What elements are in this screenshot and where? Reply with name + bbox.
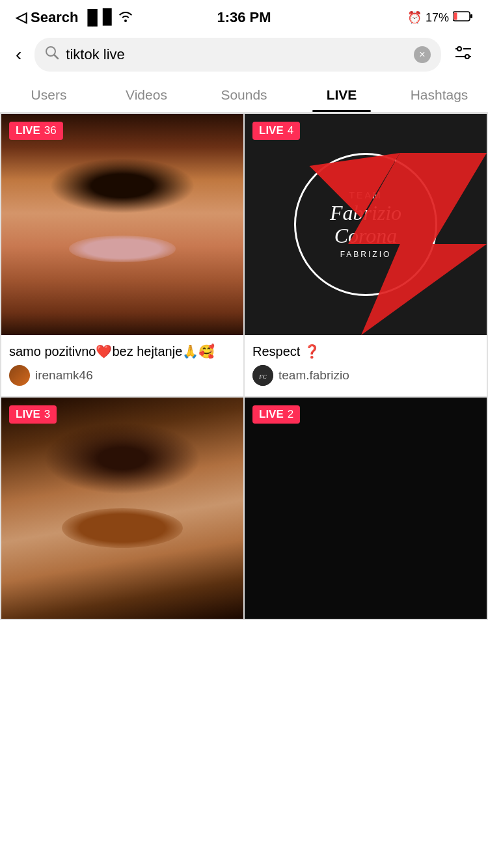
svg-rect-2 <box>454 12 457 20</box>
filter-button[interactable] <box>449 41 478 69</box>
card1-thumbnail <box>1 114 243 335</box>
clear-icon: × <box>419 49 425 61</box>
card1-username: irenamk46 <box>35 368 93 383</box>
clear-search-button[interactable]: × <box>414 46 431 63</box>
tab-sounds[interactable]: Sounds <box>195 77 293 112</box>
svg-text:FC: FC <box>258 373 267 380</box>
card1-user: irenamk46 <box>9 365 236 386</box>
card4-thumbnail <box>245 398 487 619</box>
tab-live[interactable]: LIVE <box>293 77 390 112</box>
card2-title: Respect ❓ <box>252 343 479 360</box>
alarm-icon: ⏰ <box>407 10 422 25</box>
svg-rect-1 <box>470 14 472 18</box>
card2-avatar: FC <box>252 365 273 386</box>
card1-title: samo pozitivno❤️bez hejtanje🙏🥰 <box>9 343 236 360</box>
fabrizio-circle: TEAM FabrizioCorona FABRIZIO <box>294 153 437 296</box>
card1-info: samo pozitivno❤️bez hejtanje🙏🥰 irenamk46 <box>1 335 243 396</box>
card2-info: Respect ❓ FC team.fabrizio <box>245 335 487 396</box>
svg-line-4 <box>55 55 59 59</box>
tab-videos[interactable]: Videos <box>98 77 195 112</box>
card2-thumbnail: TEAM FabrizioCorona FABRIZIO <box>245 114 487 335</box>
svg-point-8 <box>465 55 469 59</box>
wifi-icon <box>118 9 133 26</box>
tabs-row: Users Videos Sounds LIVE Hashtags <box>0 77 488 113</box>
status-right: ⏰ 17% <box>407 10 472 25</box>
card1-avatar <box>9 365 30 386</box>
card2-username: team.fabrizio <box>278 368 349 383</box>
signal-bars: ▐▌▊ <box>82 9 113 26</box>
battery-icon <box>453 11 472 25</box>
card3-thumbnail <box>1 398 243 619</box>
search-query: tiktok live <box>66 46 407 63</box>
status-bar: ◁ Search ▐▌▊ 1:36 PM ⏰ 17% <box>0 0 488 33</box>
card4-live-badge: LIVE 2 <box>252 405 300 424</box>
live-card-3[interactable]: LIVE 3 <box>1 398 243 619</box>
search-icon <box>45 46 59 64</box>
app-name: Search <box>31 9 78 26</box>
live-card-1[interactable]: LIVE 36 samo pozitivno❤️bez hejtanje🙏🥰 i… <box>1 114 243 396</box>
tab-users[interactable]: Users <box>0 77 98 112</box>
search-row: ‹ tiktok live × <box>0 33 488 77</box>
back-button[interactable]: ‹ <box>10 42 27 68</box>
status-left: ◁ Search ▐▌▊ <box>16 9 133 26</box>
svg-point-5 <box>457 47 461 51</box>
card2-user: FC team.fabrizio <box>252 365 479 386</box>
card1-live-badge: LIVE 36 <box>9 122 63 140</box>
live-card-2[interactable]: TEAM FabrizioCorona FABRIZIO LIVE 4 <box>245 114 487 396</box>
search-box[interactable]: tiktok live × <box>34 38 441 72</box>
status-time: 1:36 PM <box>217 9 271 26</box>
back-arrow-icon: ◁ <box>16 9 27 26</box>
live-card-4[interactable]: LIVE 2 <box>245 398 487 619</box>
live-grid: LIVE 36 samo pozitivno❤️bez hejtanje🙏🥰 i… <box>0 113 488 620</box>
tab-hashtags[interactable]: Hashtags <box>390 77 488 112</box>
battery-percent: 17% <box>426 11 449 25</box>
card2-live-badge: LIVE 4 <box>252 122 300 140</box>
card3-live-badge: LIVE 3 <box>9 405 57 424</box>
